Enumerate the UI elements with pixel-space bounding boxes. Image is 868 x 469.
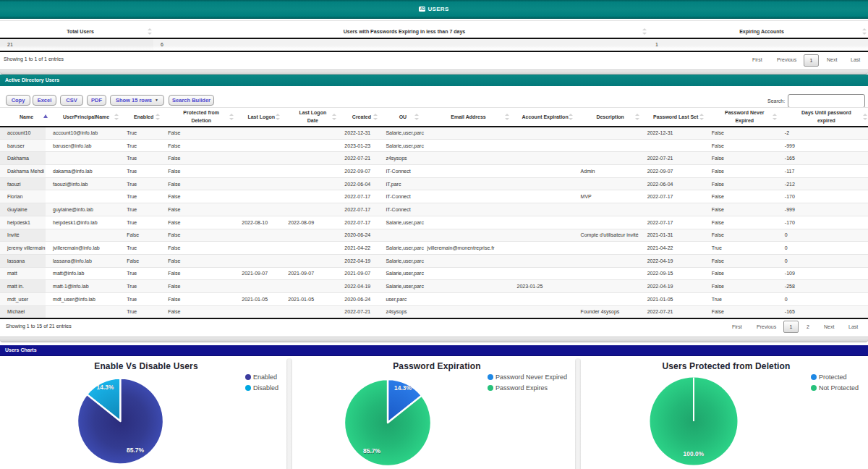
svg-text:14.3%: 14.3% — [394, 384, 412, 392]
svg-text:14.3%: 14.3% — [96, 384, 114, 391]
svg-text:85.7%: 85.7% — [127, 447, 145, 454]
svg-text:85.7%: 85.7% — [363, 447, 381, 455]
svg-text:100.0%: 100.0% — [684, 450, 705, 457]
